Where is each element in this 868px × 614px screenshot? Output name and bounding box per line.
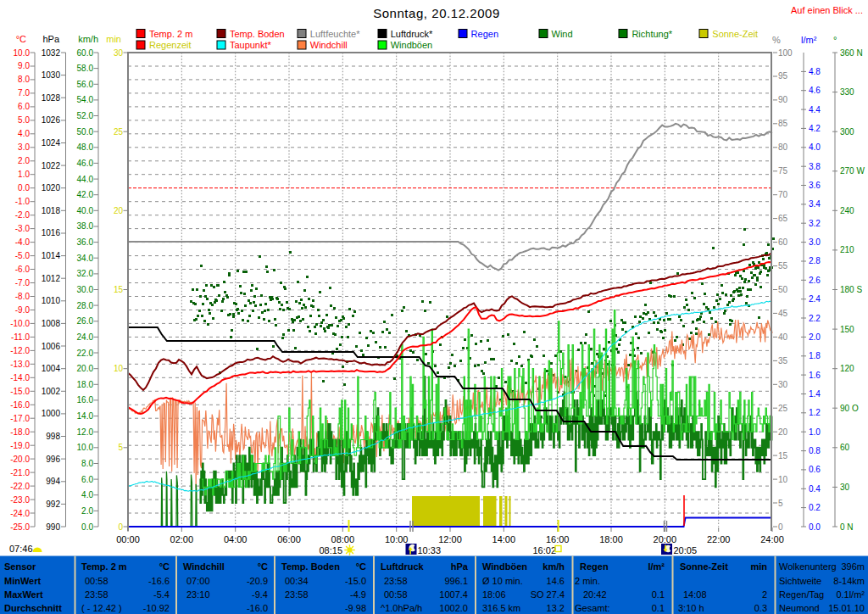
svg-text:1.8: 1.8 [809,351,821,360]
svg-text:Windböen: Windböen [482,561,527,572]
svg-text:Windböen: Windböen [391,40,433,50]
svg-text:4.0: 4.0 [809,142,821,152]
svg-text:1004: 1004 [42,364,61,373]
svg-text:Windchill: Windchill [183,561,225,572]
svg-text:95: 95 [778,71,788,81]
svg-text:4.6: 4.6 [809,86,821,95]
svg-text:Neumond: Neumond [779,603,820,613]
svg-text:10:00: 10:00 [385,534,409,544]
svg-text:16:00: 16:00 [546,534,570,544]
svg-text:1026: 1026 [42,115,61,125]
svg-text:994: 994 [46,477,60,486]
svg-text:80: 80 [778,142,788,152]
svg-text:-8.0: -8.0 [15,292,31,301]
svg-text:58.0: 58.0 [77,64,94,73]
svg-text:40: 40 [778,332,788,342]
svg-text:2.0: 2.0 [18,156,30,165]
svg-text:04:00: 04:00 [224,534,248,544]
svg-text:02:00: 02:00 [170,534,194,544]
svg-text:hPa: hPa [451,561,469,572]
svg-text:Wind: Wind [552,29,573,39]
svg-text:1008: 1008 [42,319,61,328]
svg-text:Auf einen Blick ...: Auf einen Blick ... [791,5,863,15]
svg-text:-2.0: -2.0 [15,210,31,220]
svg-text:25: 25 [778,404,788,413]
svg-text:-10.0: -10.0 [10,319,30,328]
svg-text:1022: 1022 [42,161,61,170]
svg-text:00:34: 00:34 [285,576,309,586]
svg-text:9.0: 9.0 [18,61,30,70]
svg-text:Windchill: Windchill [310,40,348,50]
svg-text:38.0: 38.0 [77,221,94,231]
svg-text:MaxWert: MaxWert [4,589,43,600]
svg-text:16.0: 16.0 [77,395,94,405]
svg-text:Ø 10 min.: Ø 10 min. [482,576,523,586]
svg-text:14:00: 14:00 [492,534,516,544]
svg-text:0.1: 0.1 [652,589,665,600]
svg-text:Gesamt:: Gesamt: [575,603,610,613]
svg-text:4.4: 4.4 [809,105,821,114]
svg-text:50: 50 [778,285,788,294]
svg-text:13.2: 13.2 [547,603,565,613]
svg-text:1007.4: 1007.4 [439,589,468,600]
svg-text:4.8: 4.8 [809,67,821,76]
svg-text:36.0: 36.0 [77,237,94,247]
svg-text:1016: 1016 [42,228,61,237]
svg-text:-14.0: -14.0 [10,373,30,382]
svg-text:7.0: 7.0 [18,88,30,98]
svg-text:14.0: 14.0 [77,411,94,421]
svg-text:Regen: Regen [580,561,609,572]
svg-text:1020: 1020 [42,183,61,193]
svg-text:°C: °C [159,561,170,572]
svg-text:Sichtweite: Sichtweite [779,576,821,586]
svg-text:14.6: 14.6 [547,576,565,586]
svg-text:-15.0: -15.0 [10,387,30,396]
svg-text:^1.0hPa/h: ^1.0hPa/h [381,603,422,613]
svg-text:-17.0: -17.0 [10,414,30,423]
svg-text:km/h: km/h [78,34,98,44]
svg-text:1002.0: 1002.0 [439,603,468,613]
svg-text:0 N: 0 N [840,522,854,532]
svg-text:Durchschnitt: Durchschnitt [4,603,62,613]
svg-text:-22.0: -22.0 [10,482,30,491]
svg-text:3:10 h: 3:10 h [678,603,704,613]
svg-text:-9.98: -9.98 [345,603,366,613]
svg-text:90: 90 [778,95,788,104]
svg-text:0.6: 0.6 [809,465,821,474]
svg-text:0.8: 0.8 [809,446,821,455]
svg-text:°: ° [833,35,837,45]
svg-text:-20.9: -20.9 [247,576,268,586]
svg-text:3.8: 3.8 [809,162,821,171]
svg-text:km/h: km/h [542,561,565,572]
svg-text:3.6: 3.6 [809,181,821,190]
svg-text:75: 75 [778,166,788,176]
svg-text:Regenzeit: Regenzeit [149,40,192,50]
svg-text:2.4: 2.4 [809,294,821,304]
svg-text:14:08: 14:08 [683,589,707,600]
svg-text:Sensor: Sensor [4,561,36,572]
svg-text:52.0: 52.0 [77,111,94,120]
svg-text:-11.0: -11.0 [11,332,30,342]
svg-text:-20.0: -20.0 [10,455,30,464]
svg-text:22:00: 22:00 [707,534,731,544]
svg-text:1.0: 1.0 [18,170,30,179]
svg-text:5: 5 [118,443,123,452]
svg-text:Sonntag, 20.12.2009: Sonntag, 20.12.2009 [373,6,500,20]
svg-text:12.0: 12.0 [77,427,94,437]
svg-text:min: min [106,34,121,44]
svg-text:( - 12.42 ): ( - 12.42 ) [81,603,122,613]
svg-text:1006: 1006 [42,342,61,351]
svg-text:l/m²: l/m² [801,35,817,45]
svg-text:10.0: 10.0 [14,48,31,58]
svg-text:Taupunkt*: Taupunkt* [230,40,272,50]
svg-text:2.0: 2.0 [81,506,93,516]
svg-text:1.2: 1.2 [809,408,821,417]
svg-text:55: 55 [778,261,788,271]
svg-text:65: 65 [778,214,788,223]
svg-text:15.01.10: 15.01.10 [828,603,865,613]
svg-text:-16.6: -16.6 [148,576,170,586]
svg-text:%: % [772,35,781,45]
svg-text:996.1: 996.1 [444,576,468,586]
svg-text:54.0: 54.0 [77,95,94,104]
svg-text:0.0: 0.0 [18,183,30,193]
